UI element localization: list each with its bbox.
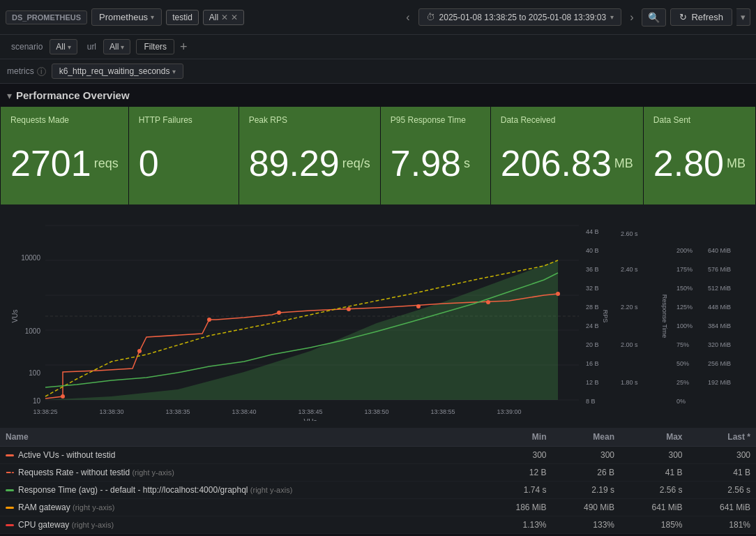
stat-value: 2.80 (653, 145, 724, 181)
datasource-badge: DS_PROMETHEUS (6, 10, 87, 24)
svg-text:100%: 100% (676, 322, 693, 329)
stat-unit: reqs (94, 156, 119, 171)
series-last: 181% (688, 516, 756, 534)
series-last: 41 B (688, 464, 756, 482)
metrics-info-icon: i (37, 67, 46, 76)
svg-point-60 (347, 307, 351, 311)
series-color-dot (6, 454, 14, 456)
stat-unit: MB (727, 156, 746, 171)
svg-text:36 B: 36 B (586, 266, 599, 273)
time-forward-button[interactable]: › (626, 10, 637, 25)
series-mean: 2.19 s (552, 482, 620, 499)
refresh-button[interactable]: ↻ Refresh (670, 8, 732, 26)
svg-text:125%: 125% (676, 304, 693, 311)
time-range-display[interactable]: ⏱ 2025-01-08 13:38:25 to 2025-01-08 13:3… (418, 8, 622, 26)
series-min: 1.13% (484, 516, 552, 534)
metrics-label: metrics i (7, 66, 46, 76)
series-name-cell: CPU gateway (right y-axis) (0, 516, 484, 534)
svg-text:RPS: RPS (602, 310, 609, 323)
svg-text:256 MiB: 256 MiB (708, 360, 731, 367)
svg-text:12 B: 12 B (586, 379, 599, 386)
stat-card-3: P95 Response Time 7.98 s (381, 107, 490, 204)
time-back-button[interactable]: ‹ (402, 10, 414, 25)
series-mean: 300 (552, 447, 620, 464)
stat-value-container: 89.29 req/s (249, 131, 370, 196)
svg-text:2.40 s: 2.40 s (621, 266, 638, 273)
series-last: 300 (688, 447, 756, 464)
svg-text:25%: 25% (676, 379, 689, 386)
svg-text:40 B: 40 B (586, 247, 599, 254)
series-color-dot (6, 524, 14, 526)
table-row[interactable]: Active VUs - without testid 300 300 300 … (0, 447, 756, 464)
add-filter-button[interactable]: + (180, 40, 188, 53)
svg-text:1.80 s: 1.80 s (621, 379, 638, 386)
close-icon-2[interactable]: ✕ (231, 13, 238, 22)
stat-value-container: 2701 reqs (10, 131, 119, 196)
table-row[interactable]: RAM gateway (right y-axis) 186 MiB 490 M… (0, 499, 756, 516)
stat-unit: s (464, 156, 470, 171)
svg-text:576 MiB: 576 MiB (708, 266, 731, 273)
svg-point-59 (277, 311, 281, 315)
col-min: Min (484, 428, 552, 447)
stat-label: Data Received (501, 115, 633, 125)
scenario-label: scenario (7, 40, 47, 54)
stat-card-4: Data Received 206.83 MB (491, 107, 643, 204)
section-header[interactable]: ▾ Performance Overview (0, 84, 756, 107)
svg-text:2.00 s: 2.00 s (621, 341, 638, 348)
svg-text:75%: 75% (676, 341, 689, 348)
series-mean: 26 B (552, 464, 620, 482)
stat-card-5: Data Sent 2.80 MB (644, 107, 755, 204)
series-last: 641 MiB (688, 499, 756, 516)
col-name[interactable]: Name (0, 428, 484, 447)
series-color-dot (6, 489, 14, 491)
svg-text:20 B: 20 B (586, 341, 599, 348)
main-chart[interactable]: 10 100 1000 10000 VUs 13:38:25 13:38:30 … (7, 211, 749, 421)
all-filter-pill[interactable]: All ✕ ✕ (203, 10, 244, 25)
series-min: 186 MiB (484, 499, 552, 516)
svg-text:2.60 s: 2.60 s (621, 230, 638, 237)
svg-text:28 B: 28 B (586, 304, 599, 311)
series-color-dot (6, 472, 14, 474)
svg-text:13:38:55: 13:38:55 (430, 408, 455, 415)
url-select[interactable]: All ▾ (103, 39, 130, 54)
svg-text:2.20 s: 2.20 s (621, 304, 638, 311)
legend-table: Name Min Mean Max Last * Active VUs - wi… (0, 428, 756, 534)
metrics-bar: metrics i k6_http_req_waiting_seconds ▾ (0, 59, 756, 84)
table-row[interactable]: Requests Rate - without testid (right y-… (0, 464, 756, 482)
svg-point-56 (61, 394, 65, 399)
stat-value-container: 2.80 MB (653, 131, 746, 196)
refresh-dropdown-button[interactable]: ▾ (736, 8, 750, 26)
series-min: 12 B (484, 464, 552, 482)
stat-card-2: Peak RPS 89.29 req/s (239, 107, 380, 204)
svg-text:200%: 200% (676, 247, 693, 254)
svg-text:44 B: 44 B (586, 228, 599, 235)
svg-text:8 B: 8 B (586, 398, 596, 405)
svg-text:13:39:00: 13:39:00 (497, 408, 521, 415)
svg-point-62 (486, 300, 490, 304)
stat-value-container: 7.98 s (391, 131, 481, 196)
stat-value: 89.29 (249, 145, 340, 181)
svg-text:13:38:35: 13:38:35 (165, 408, 190, 415)
series-max: 300 (620, 447, 688, 464)
section-title: Performance Overview (16, 89, 130, 101)
svg-point-57 (137, 349, 142, 353)
series-min: 300 (484, 447, 552, 464)
col-last: Last * (688, 428, 756, 447)
svg-text:100: 100 (29, 369, 40, 377)
stats-row: Requests Made 2701 reqs HTTP Failures 0 … (0, 107, 756, 204)
stat-card-0: Requests Made 2701 reqs (1, 107, 128, 204)
zoom-out-button[interactable]: 🔍 (642, 8, 666, 27)
table-row[interactable]: CPU gateway (right y-axis) 1.13% 133% 18… (0, 516, 756, 534)
svg-text:50%: 50% (676, 360, 689, 367)
scenario-select[interactable]: All ▾ (50, 39, 77, 54)
chart-area: 10 100 1000 10000 VUs 13:38:25 13:38:30 … (0, 204, 756, 428)
metrics-select[interactable]: k6_http_req_waiting_seconds ▾ (52, 64, 184, 79)
close-icon[interactable]: ✕ (221, 13, 228, 22)
series-max: 41 B (620, 464, 688, 482)
svg-text:150%: 150% (676, 285, 693, 292)
filters-button[interactable]: Filters (136, 39, 174, 54)
table-row[interactable]: Response Time (avg) - - default - http:/… (0, 482, 756, 499)
svg-point-63 (556, 292, 560, 296)
datasource-dropdown[interactable]: Prometheus ▾ (91, 8, 162, 26)
stat-value: 2701 (10, 145, 91, 181)
